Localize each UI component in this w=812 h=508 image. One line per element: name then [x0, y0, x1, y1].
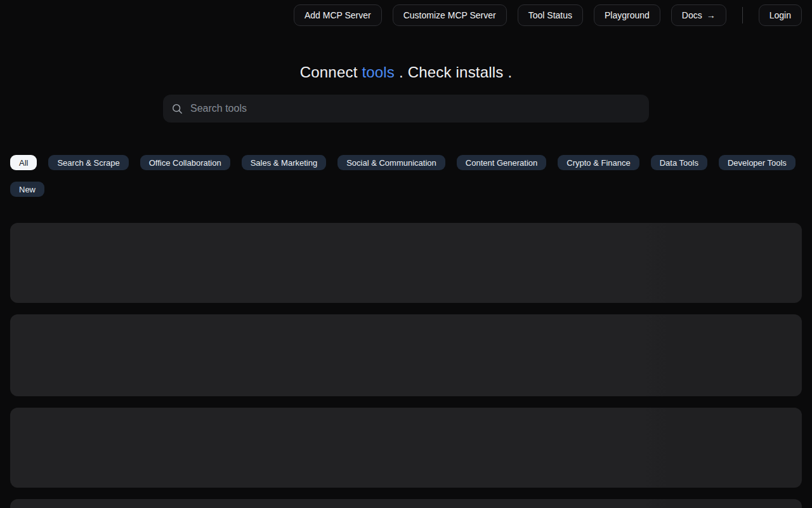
filter-chips: AllSearch & ScrapeOffice CollaborationSa… — [10, 155, 802, 197]
search-icon — [172, 104, 183, 114]
nav-divider — [742, 7, 743, 23]
filter-chip-sales-marketing[interactable]: Sales & Marketing — [242, 155, 327, 170]
filter-chip-office-collaboration[interactable]: Office Collaboration — [140, 155, 230, 170]
main-content: Connect tools . Check installs . AllSear… — [0, 64, 812, 508]
filter-chip-data-tools[interactable]: Data Tools — [651, 155, 707, 170]
skeleton-card — [10, 223, 802, 303]
nav-item-label: Playground — [605, 10, 650, 20]
filter-chip-content-generation[interactable]: Content Generation — [457, 155, 546, 170]
title-accent-word: tools — [362, 64, 395, 81]
skeleton-card — [10, 314, 802, 396]
search-bar — [163, 95, 649, 123]
nav-item-add-mcp-server[interactable]: Add MCP Server — [294, 4, 382, 26]
filter-chip-new[interactable]: New — [10, 182, 44, 197]
filter-chip-all[interactable]: All — [10, 155, 37, 170]
skeleton-card-list — [10, 223, 802, 508]
nav-item-label: Tool Status — [528, 10, 572, 20]
filter-chip-crypto-finance[interactable]: Crypto & Finance — [558, 155, 639, 170]
filter-chip-developer-tools[interactable]: Developer Tools — [719, 155, 796, 170]
top-nav: Add MCP ServerCustomize MCP ServerTool S… — [0, 0, 812, 26]
login-button[interactable]: Login — [759, 4, 802, 26]
login-button-label: Login — [769, 10, 791, 20]
nav-item-label: Add MCP Server — [304, 10, 371, 20]
title-suffix: . Check installs . — [395, 64, 512, 81]
skeleton-card — [10, 408, 802, 488]
nav-item-customize-mcp-server[interactable]: Customize MCP Server — [393, 4, 507, 26]
page-title: Connect tools . Check installs . — [0, 64, 812, 81]
nav-item-docs[interactable]: Docs→ — [671, 4, 726, 26]
nav-item-tool-status[interactable]: Tool Status — [518, 4, 583, 26]
filter-chip-search-scrape[interactable]: Search & Scrape — [48, 155, 128, 170]
arrow-right-icon: → — [707, 11, 716, 20]
nav-item-label: Docs — [682, 10, 702, 20]
filter-chip-social-communication[interactable]: Social & Communication — [337, 155, 445, 170]
title-prefix: Connect — [300, 64, 362, 81]
nav-item-playground[interactable]: Playground — [594, 4, 660, 26]
skeleton-card — [10, 499, 802, 508]
search-input[interactable] — [189, 102, 640, 115]
nav-item-label: Customize MCP Server — [403, 10, 496, 20]
